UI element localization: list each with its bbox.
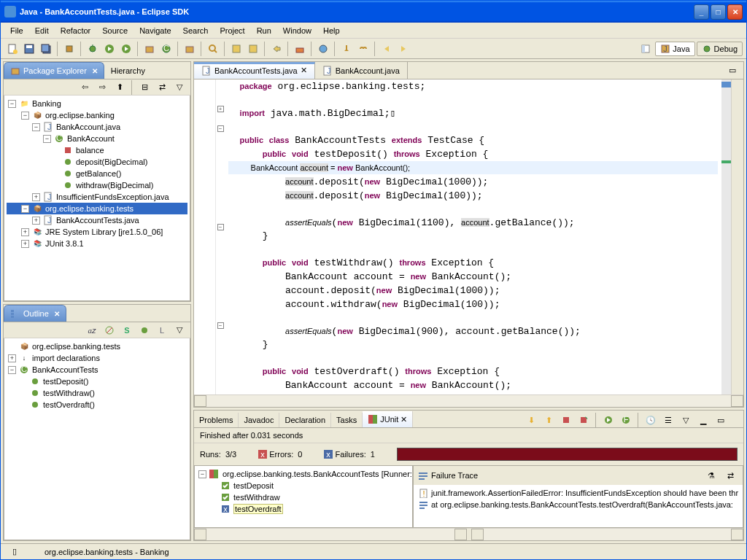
tab-hierarchy[interactable]: Hierarchy (104, 63, 152, 79)
close-icon[interactable]: ✕ (400, 415, 407, 424)
hide-fields-icon[interactable] (102, 323, 117, 338)
sort-icon[interactable]: az (85, 323, 99, 338)
menu-source[interactable]: Source (96, 24, 133, 37)
relaunch-icon[interactable] (576, 413, 591, 427)
save-button[interactable] (22, 42, 36, 56)
tab-declaration[interactable]: Declaration (279, 413, 331, 427)
minimize-button[interactable]: _ (694, 4, 709, 20)
tree-project[interactable]: Banking (32, 99, 61, 108)
editor-tab-2[interactable]: JBankAccount.java (315, 62, 408, 79)
menu-navigate[interactable]: Navigate (133, 24, 177, 37)
hide-nonpublic-icon[interactable] (137, 323, 152, 338)
link-button[interactable] (356, 42, 371, 56)
tree-m1[interactable]: deposit(BigDecimal) (76, 158, 147, 166)
forward-button[interactable] (396, 42, 411, 56)
fast-view-icon[interactable]: ▯ (7, 545, 22, 559)
tree-lib2[interactable]: JUnit 3.8.1 (45, 239, 84, 248)
debug-button[interactable] (85, 42, 100, 56)
open-type-button[interactable] (182, 42, 197, 56)
tree-file3[interactable]: BankAccountTests.java (56, 216, 139, 225)
last-edit-button[interactable] (269, 42, 284, 56)
prev-fail-icon[interactable]: ⬆ (541, 413, 556, 427)
up-icon[interactable]: ⬆ (112, 80, 127, 95)
build-button[interactable] (62, 42, 77, 56)
pin-button[interactable] (339, 42, 354, 56)
maximize-button[interactable]: □ (711, 4, 726, 20)
tab-javadoc[interactable]: Javadoc (239, 413, 279, 427)
outline-class[interactable]: BankAccountTests (32, 365, 98, 374)
rerun-failed-icon[interactable]: F (619, 413, 633, 427)
tree-m3[interactable]: withdraw(BigDecimal) (76, 181, 153, 190)
outline-pkg[interactable]: org.eclipse.banking.tests (32, 342, 120, 351)
tree-pkg2[interactable]: org.eclipse.banking.tests (45, 204, 133, 213)
perspective-java[interactable]: JJava (655, 42, 694, 56)
minimize-view-icon[interactable]: ▁ (696, 413, 711, 427)
outline-m1[interactable]: testDeposit() (43, 377, 88, 386)
new-package-button[interactable] (142, 42, 157, 56)
view-menu-icon[interactable]: ▽ (172, 80, 187, 95)
compare-icon[interactable]: ⇄ (723, 468, 738, 483)
menu-search[interactable]: Search (177, 24, 214, 37)
tab-problems[interactable]: Problems (194, 413, 239, 427)
back-nav-icon[interactable]: ⇦ (77, 80, 92, 95)
run-last-button[interactable] (119, 42, 133, 56)
outline-m3[interactable]: testOverdraft() (43, 400, 95, 409)
package-explorer-tree[interactable]: −📁Banking −📦org.eclipse.banking −JBankAc… (4, 96, 190, 301)
outline-tree[interactable]: 📦org.eclipse.banking.tests +↓import decl… (4, 338, 190, 540)
failure-trace[interactable]: !junit.framework.AssertionFailedError: I… (414, 485, 743, 527)
next-fail-icon[interactable]: ⬇ (524, 413, 538, 427)
layout-icon[interactable]: ☰ (661, 413, 676, 427)
open-perspective-button[interactable] (638, 42, 653, 56)
fold-column[interactable]: + − − − (216, 79, 225, 394)
junit-test-tree[interactable]: −org.eclipse.banking.tests.BankAccountTe… (194, 465, 413, 528)
tree-file2[interactable]: InsufficientFundsException.java (56, 192, 169, 201)
hide-local-icon[interactable]: L (155, 323, 169, 338)
menu-window[interactable]: Window (277, 24, 317, 37)
editor-tab-1[interactable]: JBankAccountTests.java✕ (194, 62, 315, 79)
fold-toggle-icon[interactable]: + (217, 106, 224, 112)
overview-ruler[interactable] (721, 79, 731, 394)
trace-line-2[interactable]: at org.eclipse.banking.tests.BankAccount… (431, 500, 733, 509)
tree-class[interactable]: BankAccount (67, 134, 115, 143)
fold-toggle-icon[interactable]: − (217, 224, 224, 230)
new-button[interactable] (5, 42, 20, 56)
fold-toggle-icon[interactable]: − (217, 125, 224, 132)
close-icon[interactable]: ✕ (301, 66, 307, 75)
vertical-scrollbar[interactable] (731, 79, 743, 394)
save-all-button[interactable] (39, 42, 53, 56)
maximize-view-icon[interactable]: ▭ (725, 63, 740, 78)
tab-outline[interactable]: Outline✕ (4, 305, 66, 322)
tab-junit[interactable]: JUnit ✕ (363, 411, 413, 427)
tree-m2[interactable]: getBalance() (76, 169, 121, 178)
link-editor-icon[interactable]: ⇄ (155, 80, 169, 95)
tab-package-explorer[interactable]: Package Explorer✕ (4, 62, 104, 79)
menu-edit[interactable]: Edit (29, 24, 55, 37)
junit-t3[interactable]: testOverdraft (233, 504, 283, 514)
horizontal-scrollbar[interactable] (194, 394, 743, 407)
search-button[interactable] (206, 42, 220, 56)
close-button[interactable]: ✕ (727, 4, 743, 20)
outline-m2[interactable]: testWithdraw() (43, 389, 95, 397)
close-icon[interactable]: ✕ (54, 310, 60, 318)
prev-annotation-button[interactable] (246, 42, 260, 56)
junit-t2[interactable]: testWithdraw (233, 493, 280, 502)
tab-tasks[interactable]: Tasks (331, 413, 363, 427)
menu-refactor[interactable]: Refactor (55, 24, 97, 37)
run-button[interactable] (102, 42, 117, 56)
perspective-debug[interactable]: Debug (697, 42, 743, 56)
menu-run[interactable]: Run (251, 24, 277, 37)
tree-file1[interactable]: BankAccount.java (56, 122, 120, 131)
menu-file[interactable]: File (4, 24, 29, 37)
rerun-icon[interactable] (601, 413, 616, 427)
view-menu-icon[interactable]: ▽ (172, 323, 187, 338)
collapse-all-icon[interactable]: ⊟ (137, 80, 152, 95)
history-icon[interactable]: 🕓 (643, 413, 658, 427)
web-button[interactable] (316, 42, 330, 56)
hide-static-icon[interactable]: S (120, 323, 134, 338)
junit-suite[interactable]: org.eclipse.banking.tests.BankAccountTes… (222, 470, 412, 478)
close-icon[interactable]: ✕ (92, 67, 98, 75)
fold-toggle-icon[interactable]: − (217, 322, 224, 329)
view-menu-icon[interactable]: ▽ (678, 413, 693, 427)
outline-imports[interactable]: import declarations (32, 354, 100, 362)
trace-line-1[interactable]: junit.framework.AssertionFailedError: In… (431, 489, 738, 497)
